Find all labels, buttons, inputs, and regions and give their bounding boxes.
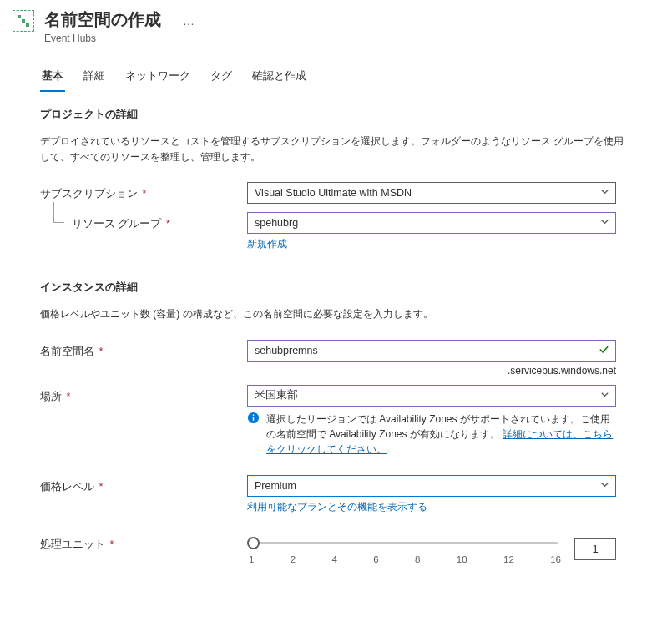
svg-rect-2 (26, 23, 29, 27)
eventhubs-icon (13, 10, 34, 32)
more-button[interactable]: … (183, 8, 195, 28)
chevron-down-icon (600, 390, 609, 402)
resource-group-select[interactable]: spehubrg (247, 212, 616, 234)
pricing-select[interactable]: Premium (247, 475, 616, 497)
svg-rect-0 (18, 15, 21, 18)
tab-review[interactable]: 確認と作成 (250, 63, 308, 92)
units-label: 処理ユニット * (40, 533, 247, 552)
subscription-select[interactable]: Visual Studio Ultimate with MSDN (247, 182, 616, 204)
chevron-down-icon (600, 480, 609, 492)
tab-basic[interactable]: 基本 (40, 63, 65, 92)
chevron-down-icon (600, 187, 609, 199)
project-section-desc: デプロイされているリソースとコストを管理するサブスクリプションを選択します。フォ… (40, 134, 632, 165)
project-section-title: プロジェクトの詳細 (40, 107, 632, 122)
tabs: 基本 詳細 ネットワーク タグ 確認と作成 (0, 48, 672, 92)
new-resource-group-link[interactable]: 新規作成 (247, 238, 287, 250)
tab-network[interactable]: ネットワーク (124, 63, 192, 92)
namespace-input[interactable]: sehubpremns (247, 340, 616, 362)
location-info-text: 選択したリージョンでは Availability Zones がサポートされてい… (266, 412, 616, 457)
svg-rect-1 (22, 19, 25, 23)
resource-group-label: リソース グループ * (40, 212, 247, 231)
svg-rect-4 (253, 417, 255, 421)
page-subtitle: Event Hubs (44, 33, 161, 44)
namespace-suffix: .servicebus.windows.net (247, 365, 616, 377)
instance-section-desc: 価格レベルやユニット数 (容量) の構成など、この名前空間に必要な設定を入力しま… (40, 306, 632, 322)
instance-section-title: インスタンスの詳細 (40, 280, 632, 295)
units-value[interactable]: 1 (574, 538, 616, 560)
svg-rect-5 (253, 414, 255, 416)
pricing-label: 価格レベル * (40, 475, 247, 494)
location-label: 場所 * (40, 385, 247, 404)
namespace-label: 名前空間名 * (40, 340, 247, 359)
units-slider[interactable] (247, 534, 563, 554)
chevron-down-icon (600, 217, 609, 229)
valid-check-icon (599, 344, 609, 357)
pricing-plans-link[interactable]: 利用可能なプランとその機能を表示する (247, 501, 427, 513)
info-icon (247, 412, 260, 457)
page-title: 名前空間の作成 (44, 8, 161, 31)
tab-advanced[interactable]: 詳細 (82, 63, 107, 92)
subscription-label: サブスクリプション * (40, 182, 247, 201)
tab-tags[interactable]: タグ (209, 63, 234, 92)
slider-ticks: 1 2 4 6 8 10 12 16 (247, 554, 563, 564)
location-select[interactable]: 米国東部 (247, 385, 616, 407)
slider-thumb[interactable] (247, 537, 260, 549)
page-header: 名前空間の作成 Event Hubs … (0, 0, 672, 48)
